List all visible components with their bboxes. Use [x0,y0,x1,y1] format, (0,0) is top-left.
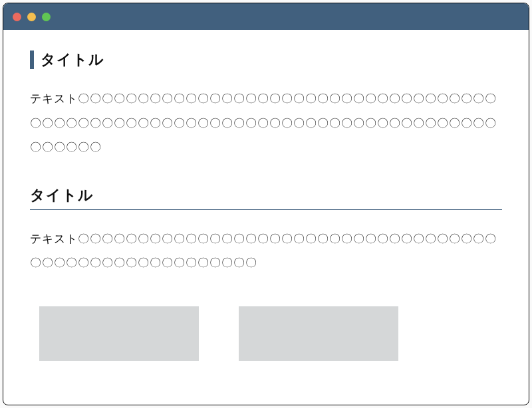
close-icon[interactable] [13,13,21,21]
browser-window: タイトル テキスト〇〇〇〇〇〇〇〇〇〇〇〇〇〇〇〇〇〇〇〇〇〇〇〇〇〇〇〇〇〇〇… [3,3,529,405]
section-2-title: タイトル [30,185,502,205]
section-1-body: テキスト〇〇〇〇〇〇〇〇〇〇〇〇〇〇〇〇〇〇〇〇〇〇〇〇〇〇〇〇〇〇〇〇〇〇〇〇… [30,87,502,160]
placeholder-box-1 [39,306,199,361]
heading-with-underline: タイトル [30,185,502,210]
section-1: タイトル テキスト〇〇〇〇〇〇〇〇〇〇〇〇〇〇〇〇〇〇〇〇〇〇〇〇〇〇〇〇〇〇〇… [30,50,502,160]
heading-accent-bar [30,51,34,69]
placeholder-box-2 [239,306,398,361]
maximize-icon[interactable] [42,13,51,21]
heading-with-bar: タイトル [30,50,502,70]
window-titlebar [3,3,529,30]
section-2: タイトル テキスト〇〇〇〇〇〇〇〇〇〇〇〇〇〇〇〇〇〇〇〇〇〇〇〇〇〇〇〇〇〇〇… [30,185,502,361]
page-content: タイトル テキスト〇〇〇〇〇〇〇〇〇〇〇〇〇〇〇〇〇〇〇〇〇〇〇〇〇〇〇〇〇〇〇… [3,30,529,405]
section-2-body: テキスト〇〇〇〇〇〇〇〇〇〇〇〇〇〇〇〇〇〇〇〇〇〇〇〇〇〇〇〇〇〇〇〇〇〇〇〇… [30,227,502,276]
placeholder-row [30,306,502,361]
minimize-icon[interactable] [27,13,36,21]
section-1-title: タイトル [41,50,104,70]
